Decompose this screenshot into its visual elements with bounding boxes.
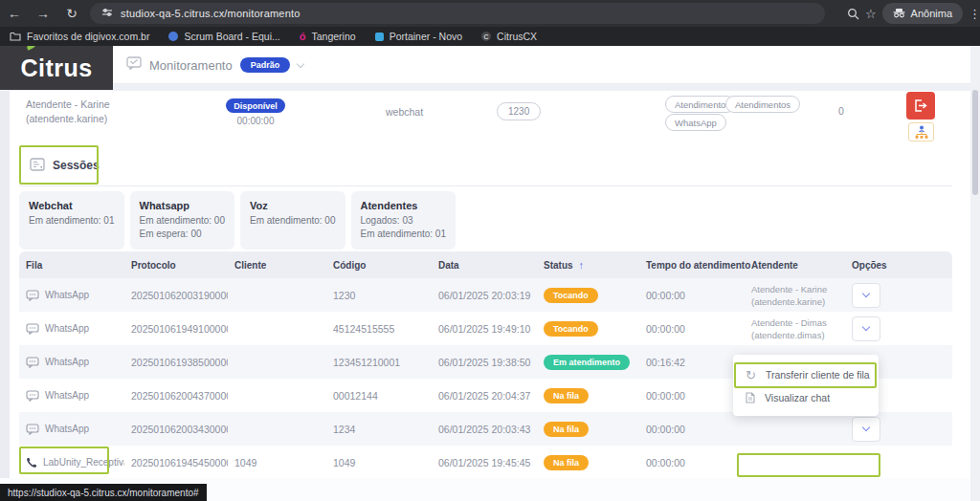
org-chart-icon (914, 125, 929, 140)
bookmark-favoritos-folder[interactable]: Favoritos de digivox.com.br (10, 31, 149, 42)
sessions-icon (30, 158, 45, 172)
folder-icon (10, 32, 21, 41)
transfer-org-button[interactable] (908, 122, 934, 142)
column-header-data[interactable]: Data (432, 260, 537, 271)
chevron-down-icon (862, 424, 870, 431)
table-row: WhatsApp 20250106200343000014 1234 06/01… (19, 412, 952, 446)
status-bar-link: https://studiox-qa-5.citrus.cx/monitoram… (0, 484, 207, 501)
chat-queue-icon (26, 424, 39, 435)
stat-card-voz: Voz Em atendimento: 00 (240, 191, 345, 250)
table-header-row: Fila Protocolo Cliente Código Data Statu… (19, 251, 952, 278)
skill-tag-whatsapp: WhatsApp (665, 114, 726, 131)
incognito-badge[interactable]: Anônima (882, 3, 963, 24)
agent-code-pill: 1230 (497, 102, 541, 120)
search-icon[interactable] (847, 8, 859, 20)
chevron-down-icon (862, 290, 870, 297)
page-title: Monitoramento (149, 58, 233, 73)
options-button[interactable] (852, 283, 880, 308)
scrum-board-favicon (168, 32, 178, 41)
agent-username: (atendente.karine) (26, 112, 110, 126)
menu-item-transfer-queue[interactable]: ↻ Transferir cliente de fila (733, 363, 879, 386)
agent-status-badge: Disponível (226, 98, 285, 113)
column-header-status[interactable]: Status↑ (537, 259, 639, 271)
menu-item-view-chat[interactable]: Visualizar chat (733, 386, 879, 409)
bookmark-tangerino[interactable]: ó Tangerino (300, 31, 356, 42)
agent-count: 0 (838, 105, 844, 117)
phone-queue-icon (26, 457, 37, 468)
site-info-icon[interactable] (101, 5, 113, 22)
status-badge: Na fila (544, 422, 589, 437)
document-icon (746, 392, 755, 403)
status-badge: Em atendimento (544, 355, 630, 370)
column-header-opcoes[interactable]: Opções (845, 260, 952, 271)
bookmarks-bar: Favoritos de digivox.com.br Scrum Board … (0, 27, 980, 46)
bookmark-citruscx[interactable]: C CitrusCX (481, 31, 537, 42)
url-text: studiox-qa-5.citrus.cx/monitoramento (121, 8, 301, 19)
sync-icon: ↻ (746, 369, 756, 381)
incognito-label: Anônima (911, 8, 952, 19)
status-badge: Tocando (544, 288, 598, 303)
table-row: WhatsApp 20250106200319000013 1230 06/01… (19, 278, 952, 312)
incognito-icon (893, 9, 905, 18)
options-context-menu: ↻ Transferir cliente de fila Visualizar … (733, 355, 879, 416)
agent-status-timer: 00:00:00 (226, 116, 285, 126)
address-bar[interactable]: studiox-qa-5.citrus.cx/monitoramento (90, 3, 825, 24)
status-badge: Tocando (544, 321, 598, 337)
page-top-gap (0, 84, 980, 91)
session-stats-cards: Webchat Em atendimento: 01 Whatsapp Em a… (19, 191, 456, 250)
bookmark-scrum-board[interactable]: Scrum Board - Equi... (168, 31, 279, 42)
chat-queue-icon (26, 390, 39, 402)
back-button[interactable]: ← (0, 6, 29, 21)
status-badge: Na fila (544, 388, 589, 403)
column-header-protocolo[interactable]: Protocolo (124, 260, 228, 271)
stat-card-whatsapp: Whatsapp Em atendimento: 00 Em espera: 0… (130, 191, 235, 250)
bookmark-star-icon[interactable]: ☆ (865, 7, 877, 21)
sessions-tab[interactable]: Sessões (19, 145, 99, 185)
chat-queue-icon (26, 357, 39, 368)
column-header-codigo[interactable]: Código (326, 260, 432, 271)
chat-queue-icon (26, 290, 39, 301)
chevron-down-icon[interactable] (297, 59, 304, 67)
scrollbar[interactable] (970, 46, 980, 501)
stat-card-atendentes: Atendentes Logados: 03 Em atendimento: 0… (351, 191, 457, 250)
column-header-atendente[interactable]: Atendente (745, 260, 845, 271)
status-badge: Na fila (544, 455, 589, 470)
options-button[interactable] (852, 417, 880, 442)
table-row: LabUnity_Receptiva 20250106194545000011 … (19, 446, 952, 479)
agent-name: Atendente - Karine (atendente.karine) (26, 98, 110, 126)
forward-button[interactable]: → (29, 6, 57, 21)
column-header-tempo[interactable]: Tempo do atendimento (639, 260, 745, 271)
chevron-down-icon (862, 323, 870, 331)
citrus-logo[interactable]: Citrus (0, 46, 113, 90)
monitoring-icon (126, 56, 142, 74)
browser-menu-icon[interactable]: ⋮ (969, 7, 978, 21)
default-badge: Padrão (240, 57, 291, 73)
column-header-fila[interactable]: Fila (19, 260, 124, 271)
sort-asc-icon[interactable]: ↑ (579, 259, 585, 271)
agent-channel: webchat (386, 106, 423, 118)
column-header-cliente[interactable]: Cliente (228, 260, 326, 271)
logout-button[interactable] (906, 92, 935, 120)
bookmark-portainer[interactable]: Portainer - Novo (375, 31, 462, 42)
left-gutter (0, 91, 10, 484)
chat-queue-icon (26, 323, 39, 335)
stat-card-webchat: Webchat Em atendimento: 01 (19, 191, 124, 250)
options-button[interactable] (852, 316, 880, 341)
tangerino-favicon: ó (300, 32, 306, 41)
portainer-favicon (375, 33, 384, 41)
citruscx-favicon: C (481, 32, 491, 41)
table-row: WhatsApp 20250106194910000012 4512451555… (19, 312, 952, 345)
section-divider (19, 185, 952, 186)
scrollbar-thumb[interactable] (972, 90, 978, 195)
sessions-label: Sessões (53, 159, 100, 172)
skill-tag-atendimentos: Atendimentos (725, 96, 800, 113)
reload-button[interactable]: ↻ (57, 6, 86, 21)
browser-toolbar: ← → ↻ studiox-qa-5.citrus.cx/monitoramen… (0, 0, 980, 27)
logout-icon (914, 99, 927, 112)
